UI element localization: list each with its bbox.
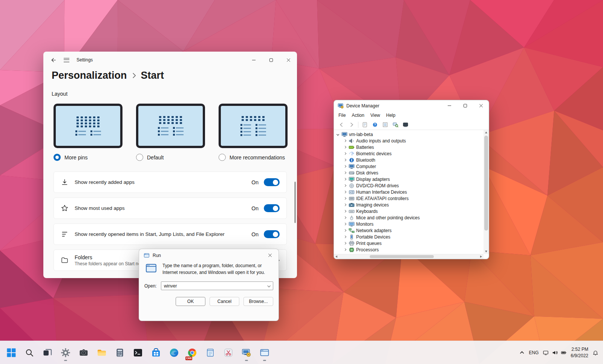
expand-chevron-icon[interactable] (343, 248, 347, 252)
vertical-scrollbar[interactable] (484, 130, 489, 254)
open-combobox[interactable] (161, 281, 273, 290)
microsoft-store-button[interactable] (148, 344, 164, 362)
clock[interactable]: 2:52 PM 6/9/2022 (571, 346, 588, 358)
collapse-chevron-icon[interactable] (335, 132, 340, 137)
dropdown-chevron-icon[interactable] (265, 282, 273, 290)
expand-chevron-icon[interactable] (343, 145, 347, 150)
expand-chevron-icon[interactable] (343, 222, 347, 226)
device-category-row[interactable]: Print queues (335, 240, 489, 246)
device-category-row[interactable]: Mice and other pointing devices (335, 214, 489, 221)
document-toolbar-button[interactable] (361, 121, 369, 128)
expand-chevron-icon[interactable] (343, 216, 347, 220)
back-toolbar-button[interactable] (338, 121, 345, 128)
menu-view[interactable]: View (367, 112, 383, 119)
terminal-app-button[interactable] (130, 344, 146, 362)
toggle-switch[interactable] (264, 230, 280, 238)
volume-icon[interactable] (551, 349, 558, 356)
scroll-right-arrow-icon[interactable] (479, 254, 484, 259)
device-category-row[interactable]: Display adapters (335, 176, 489, 182)
layout-option[interactable]: More recommendations (219, 104, 288, 161)
device-category-row[interactable]: Processors (335, 246, 489, 253)
settings-scrollbar-thumb[interactable] (294, 182, 296, 223)
layout-radio[interactable] (219, 154, 226, 161)
close-button[interactable] (473, 100, 489, 111)
expand-chevron-icon[interactable] (343, 151, 347, 156)
tray-chevron-up-icon[interactable] (519, 349, 525, 356)
horizontal-scrollbar-thumb[interactable] (370, 255, 434, 258)
device-category-row[interactable]: Audio inputs and outputs (335, 138, 489, 144)
horizontal-scrollbar[interactable] (334, 254, 484, 259)
device-category-row[interactable]: Biometric devices (335, 150, 489, 157)
device-category-row[interactable]: Bluetooth (335, 157, 489, 163)
device-category-row[interactable]: Imaging devices (335, 202, 489, 208)
device-category-row[interactable]: Disk drives (335, 170, 489, 176)
device-category-row[interactable]: Computer (335, 163, 489, 170)
chrome-browser-button[interactable]: CAN (184, 344, 200, 362)
notification-bell-icon[interactable] (592, 349, 598, 356)
expand-chevron-icon[interactable] (343, 139, 347, 143)
search-button[interactable] (21, 344, 38, 362)
layout-radio[interactable] (136, 154, 143, 161)
device-category-row[interactable]: Batteries (335, 144, 489, 150)
cancel-button[interactable]: Cancel (210, 297, 239, 306)
expand-chevron-icon[interactable] (343, 203, 347, 207)
expand-chevron-icon[interactable] (343, 235, 347, 239)
start-button[interactable] (3, 344, 20, 362)
navigation-menu-button[interactable] (60, 54, 73, 66)
help-toolbar-button[interactable] (371, 121, 379, 128)
breadcrumb-personalization[interactable]: Personalization (52, 70, 127, 81)
scroll-down-arrow-icon[interactable] (484, 249, 489, 254)
toggle-switch[interactable] (264, 204, 280, 212)
menu-action[interactable]: Action (349, 112, 367, 119)
expand-chevron-icon[interactable] (343, 184, 347, 188)
device-category-row[interactable]: Keyboards (335, 208, 489, 214)
expand-chevron-icon[interactable] (343, 164, 347, 169)
calculator-app-button[interactable] (112, 344, 128, 362)
task-view-button[interactable] (39, 344, 56, 362)
minimize-button[interactable] (441, 100, 457, 111)
expand-chevron-icon[interactable] (343, 177, 347, 182)
device-category-row[interactable]: Network adapters (335, 227, 489, 234)
vertical-scrollbar-thumb[interactable] (484, 136, 488, 231)
properties-toolbar-button[interactable] (381, 121, 389, 128)
snipping-tool-button[interactable] (220, 344, 237, 362)
device-manager-button[interactable] (238, 344, 255, 362)
notepad-app-button[interactable] (202, 344, 219, 362)
expand-chevron-icon[interactable] (343, 171, 347, 175)
run-dialog-button[interactable] (256, 344, 273, 362)
battery-icon[interactable] (560, 349, 567, 356)
device-category-row[interactable]: Human Interface Devices (335, 189, 489, 195)
scroll-left-arrow-icon[interactable] (334, 254, 339, 259)
scan-hardware-toolbar-button[interactable] (392, 121, 399, 128)
minimize-button[interactable] (245, 52, 262, 68)
device-category-row[interactable]: IDE ATA/ATAPI controllers (335, 195, 489, 202)
expand-chevron-icon[interactable] (343, 241, 347, 246)
open-input[interactable] (164, 283, 265, 289)
edge-browser-button[interactable] (166, 344, 182, 362)
language-indicator[interactable]: ENG (529, 350, 539, 355)
maximize-button[interactable] (457, 100, 473, 111)
menu-help[interactable]: Help (383, 112, 399, 119)
menu-file[interactable]: File (335, 112, 349, 119)
device-category-row[interactable]: DVD/CD-ROM drives (335, 182, 489, 189)
layout-option[interactable]: More pins (54, 104, 122, 161)
maximize-button[interactable] (262, 52, 280, 68)
expand-chevron-icon[interactable] (343, 158, 347, 162)
device-tree-root[interactable]: vm-lab-beta (335, 131, 489, 138)
device-category-row[interactable]: Monitors (335, 221, 489, 227)
close-button[interactable] (262, 249, 279, 262)
settings-app-button[interactable] (57, 344, 74, 362)
forward-toolbar-button[interactable] (348, 121, 355, 128)
close-button[interactable] (280, 52, 297, 68)
console-toolbar-button[interactable] (402, 121, 409, 128)
expand-chevron-icon[interactable] (343, 190, 347, 194)
toggle-switch[interactable] (264, 178, 280, 186)
cast-icon[interactable] (542, 349, 549, 356)
layout-radio[interactable] (54, 154, 61, 161)
expand-chevron-icon[interactable] (343, 228, 347, 233)
camera-app-button[interactable] (75, 344, 92, 362)
browse-button[interactable]: Browse... (243, 297, 273, 306)
ok-button[interactable]: OK (176, 297, 205, 306)
scroll-up-arrow-icon[interactable] (484, 130, 489, 135)
layout-option[interactable]: Default (136, 104, 205, 161)
